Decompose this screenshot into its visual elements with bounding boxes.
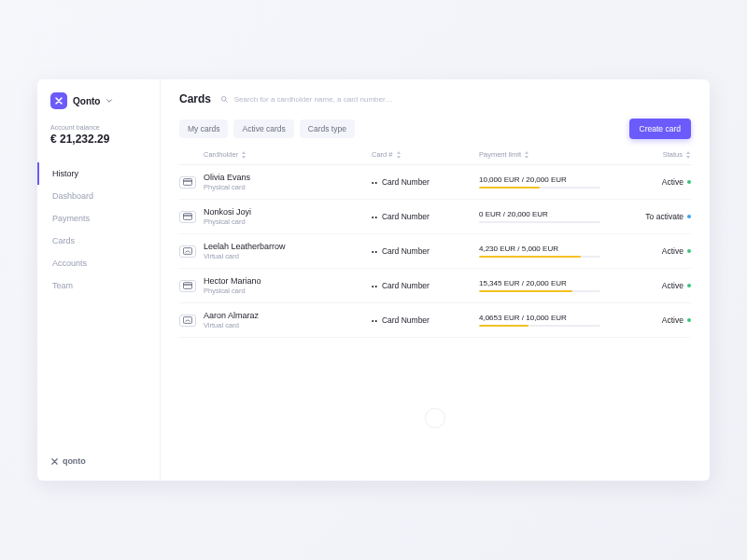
svg-rect-6 — [183, 283, 191, 289]
footer-brand: qonto — [37, 456, 160, 471]
card-type: Physical card — [204, 183, 372, 191]
balance-value: € 21,232.29 — [50, 133, 147, 146]
sidebar-item-cards[interactable]: Cards — [37, 230, 160, 252]
payment-limit: 0 EUR / 20,000 EUR — [479, 210, 619, 224]
app-window: Qonto Account balance € 21,232.29 Histor… — [37, 79, 710, 481]
card-type: Physical card — [204, 287, 372, 295]
status-dot-icon — [687, 215, 691, 218]
col-status[interactable]: Status — [619, 150, 691, 159]
balance-block: Account balance € 21,232.29 — [37, 120, 160, 157]
cardholder-name: Aaron Almaraz — [204, 311, 372, 320]
payment-limit: 15,345 EUR / 20,000 EUR — [479, 279, 619, 293]
table-header: Cardholder Card # Payment limit Status — [179, 139, 691, 165]
limit-progress-bar — [479, 290, 600, 293]
masked-card-number: ••Card Number — [372, 246, 479, 256]
limit-progress-bar — [479, 221, 600, 224]
card-type: Physical card — [204, 217, 372, 226]
sort-icon — [396, 151, 402, 159]
limit-progress-bar — [479, 325, 600, 328]
sidebar-item-accounts[interactable]: Accounts — [37, 252, 160, 274]
sidebar: Qonto Account balance € 21,232.29 Histor… — [37, 79, 161, 481]
cardholder-name: Hector Mariano — [204, 276, 372, 286]
sort-icon — [524, 151, 529, 159]
page-title: Cards — [179, 92, 211, 105]
svg-rect-3 — [183, 214, 191, 220]
create-card-button[interactable]: Create card — [629, 119, 691, 139]
payment-limit: 4,0653 EUR / 10,000 EUR — [479, 314, 619, 328]
svg-rect-4 — [183, 215, 191, 216]
filter-chip-my-cards[interactable]: My cards — [179, 119, 228, 138]
col-limit[interactable]: Payment limit — [479, 150, 619, 159]
svg-rect-7 — [183, 284, 191, 285]
masked-card-number: ••Card Number — [372, 177, 479, 187]
filter-chip-cards-type[interactable]: Cards type — [300, 119, 355, 138]
status-dot-icon — [687, 318, 691, 322]
sort-icon — [685, 151, 691, 159]
payment-limit: 4,230 EUR / 5,000 EUR — [479, 245, 619, 259]
status-dot-icon — [687, 284, 691, 287]
qonto-logo-icon — [50, 457, 59, 466]
status-dot-icon — [687, 180, 691, 184]
payment-limit: 10,000 EUR / 20,000 EUR — [479, 175, 619, 189]
workspace-switcher[interactable]: Qonto — [37, 92, 160, 120]
search-input[interactable] — [234, 95, 691, 104]
chevron-down-icon — [106, 97, 113, 105]
svg-rect-2 — [183, 180, 191, 181]
sidebar-item-dashboard[interactable]: Dashboard — [37, 185, 160, 207]
sidebar-item-history[interactable]: History — [37, 162, 160, 185]
search-field[interactable] — [220, 95, 691, 104]
limit-progress-bar — [479, 187, 600, 189]
cardholder-name: Olivia Evans — [204, 173, 372, 182]
search-icon — [220, 95, 229, 104]
masked-card-number: ••Card Number — [372, 315, 479, 325]
physical-card-icon — [179, 280, 196, 292]
table-row[interactable]: Nonkosi JoyiPhysical card••Card Number0 … — [179, 200, 691, 234]
loading-spinner — [425, 408, 445, 428]
card-type: Virtual card — [204, 252, 372, 260]
table-body: Olivia EvansPhysical card••Card Number10… — [179, 165, 691, 338]
physical-card-icon — [179, 176, 196, 189]
status-badge: Active — [619, 177, 691, 187]
virtual-card-icon — [179, 315, 196, 327]
cardholder-name: Leelah Leatherbarrow — [204, 242, 372, 251]
status-badge: Active — [619, 315, 691, 325]
col-cardnum[interactable]: Card # — [372, 150, 479, 159]
masked-card-number: ••Card Number — [372, 212, 479, 221]
brand-name: Qonto — [73, 96, 100, 106]
table-row[interactable]: Olivia EvansPhysical card••Card Number10… — [179, 165, 691, 200]
filter-chip-active-cards[interactable]: Active cards — [233, 119, 293, 138]
sidebar-nav: HistoryDashboardPaymentsCardsAccountsTea… — [37, 162, 160, 297]
physical-card-icon — [179, 211, 196, 223]
page-header: Cards — [179, 92, 691, 105]
status-badge: Active — [619, 246, 691, 256]
filters-toolbar: My cardsActive cardsCards type Create ca… — [179, 119, 691, 139]
virtual-card-icon — [179, 245, 196, 258]
masked-card-number: ••Card Number — [372, 281, 479, 290]
svg-rect-1 — [183, 179, 191, 186]
sidebar-item-team[interactable]: Team — [37, 274, 160, 297]
status-badge: Active — [619, 281, 691, 290]
table-row[interactable]: Aaron AlmarazVirtual card••Card Number4,… — [179, 303, 691, 338]
cardholder-name: Nonkosi Joyi — [204, 207, 372, 217]
brand-badge-icon — [50, 92, 67, 109]
table-row[interactable]: Hector MarianoPhysical card••Card Number… — [179, 269, 691, 303]
status-dot-icon — [687, 249, 691, 253]
card-type: Virtual card — [204, 321, 372, 329]
sort-icon — [241, 151, 247, 159]
limit-progress-bar — [479, 256, 600, 259]
table-row[interactable]: Leelah LeatherbarrowVirtual card••Card N… — [179, 234, 691, 269]
col-cardholder[interactable]: Cardholder — [204, 150, 372, 159]
footer-brand-text: qonto — [63, 456, 86, 466]
balance-label: Account balance — [50, 124, 147, 131]
sidebar-item-payments[interactable]: Payments — [37, 207, 160, 230]
status-badge: To activate — [619, 212, 691, 221]
